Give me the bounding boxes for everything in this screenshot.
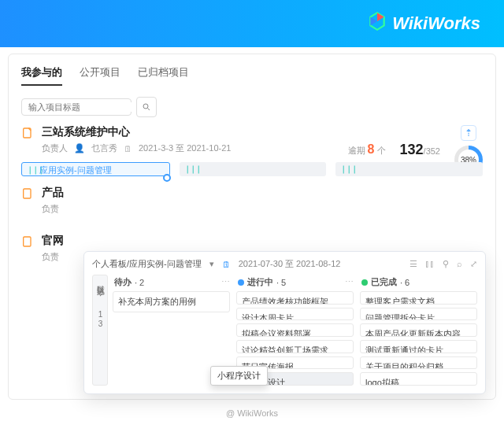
breadcrumb[interactable]: 个人看板/应用实例-问题管理 [92,258,202,270]
calendar-icon[interactable]: 🗓 [222,260,231,269]
board-header: 个人看板/应用实例-问题管理 ▾ 🗓 2021-07-30 至 2021-08-… [92,258,477,270]
status-dot-icon [361,279,368,286]
lane-bars-icon: ❘❘❘ [340,164,357,173]
project-icon [21,235,34,263]
search-icon[interactable]: ⌕ [457,259,462,269]
search-box[interactable] [21,98,132,116]
board-body: 默认泳道 · 13 待办 · 2 ⋯ 补充本周方案的用例 进行中 [92,275,477,386]
avatar-icon: 👤 [74,143,85,153]
tab-mine[interactable]: 我参与的 [21,65,62,86]
list-icon[interactable]: ☰ [410,259,417,269]
tab-archived[interactable]: 已归档项目 [138,65,189,86]
kanban-board: 个人看板/应用实例-问题管理 ▾ 🗓 2021-07-30 至 2021-08-… [83,251,486,394]
svg-rect-4 [24,237,31,246]
owner-label: 负责人 [42,142,68,154]
main-panel: 我参与的 公开项目 已归档项目 三站系统维护中心 负责人 👤 乜言秀 🗓 202… [8,54,496,400]
project-1[interactable]: 三站系统维护中心 负责人 👤 乜言秀 🗓 2021-3-3 至 2021-10-… [21,125,483,154]
filter-icon[interactable]: ⚲ [443,259,449,269]
swimlane-label[interactable]: 默认泳道 · 13 [92,275,108,386]
board-tools: ☰ ⫿⫿ ⚲ ⌕ ⤢ [410,259,477,269]
chevron-down-icon[interactable]: ▾ [209,259,214,269]
col-head-todo: 待办 · 2 ⋯ [113,275,230,291]
svg-line-1 [148,109,150,111]
footer: @ WikiWorks [0,408,504,418]
project-icon [21,187,34,215]
lane-3[interactable]: ❘❘❘ [335,162,483,176]
col-head-done: 已完成 · 6 [360,275,477,291]
owner-label: 负责 [42,203,59,215]
svg-point-0 [143,104,148,109]
lane-bars-icon: ❘❘❘ [184,164,201,173]
search-input[interactable] [28,102,137,112]
lane-2[interactable]: ❘❘❘ [180,162,327,176]
card[interactable]: 产品绩效考核功能框架 [236,291,354,305]
project-2[interactable]: 产品 负责 [21,186,483,215]
expand-icon[interactable]: ⤢ [470,259,477,269]
top-banner: WikiWorks [0,0,504,47]
card[interactable]: 设计本周卡片 [236,308,354,321]
chart-icon[interactable]: ⫿⫿ [425,259,435,269]
project-tabs: 我参与的 公开项目 已归档项目 [21,65,483,86]
brand-logo-icon [367,11,387,36]
card[interactable]: 问题管理拆分卡片 [360,308,477,321]
col-menu-icon[interactable]: ⋯ [345,277,354,287]
done-cards: 整理客户需求文档 问题管理拆分卡片 本周产品化更新版本内容 测试重新通过的卡片 … [360,291,477,386]
lane-row: ❘❘❘ 应用实例-问题管理 ❘❘❘ ❘❘❘ [21,162,483,176]
col-done: 已完成 · 6 整理客户需求文档 问题管理拆分卡片 本周产品化更新版本内容 测试… [360,275,477,386]
card[interactable]: logo拟稿 [360,372,477,386]
svg-rect-3 [24,189,31,198]
col-head-doing: 进行中 · 5 ⋯ [236,275,354,291]
owner-name: 乜言秀 [91,142,117,154]
lane-handle-icon[interactable] [163,174,171,182]
search-icon [142,102,151,112]
col-menu-icon[interactable]: ⋯ [221,277,230,287]
project-icon [21,127,34,142]
owner-label: 负责 [42,251,59,263]
card[interactable]: 本周产品化更新版本内容 [360,323,477,337]
project-title: 官网 [42,234,483,248]
search-row [21,97,483,117]
card[interactable]: 补充本周方案的用例 [113,291,230,312]
overdue: 逾期 8 个 [348,142,386,157]
calendar-icon: 🗓 [124,144,132,153]
search-button[interactable] [136,97,157,117]
brand-text: WikiWorks [392,13,480,34]
board-columns: 待办 · 2 ⋯ 补充本周方案的用例 进行中 · 5 ⋯ [113,275,477,386]
lane-1[interactable]: ❘❘❘ 应用实例-问题管理 [21,162,170,176]
brand: WikiWorks [367,11,480,36]
board-date-range: 2021-07-30 至 2021-08-12 [239,258,341,270]
status-dot-icon [238,279,244,286]
card[interactable]: 关于项目的积分归档 [360,356,477,370]
card[interactable]: 讨论精益创新工场需求 [236,340,354,353]
card[interactable]: 整理客户需求文档 [360,291,477,305]
lane-label: 应用实例-问题管理 [39,164,112,176]
tab-public[interactable]: 公开项目 [80,65,120,86]
card[interactable]: 测试重新通过的卡片 [360,340,477,353]
date-range: 2021-3-3 至 2021-10-21 [139,142,231,154]
progress-ratio: 132/352 [400,142,440,158]
dragging-card[interactable]: 小程序设计 [210,366,268,386]
card[interactable]: 拟稿会议资料部署 [236,323,354,337]
upload-button[interactable]: ⇡ [461,125,476,141]
project-title: 产品 [42,186,483,200]
